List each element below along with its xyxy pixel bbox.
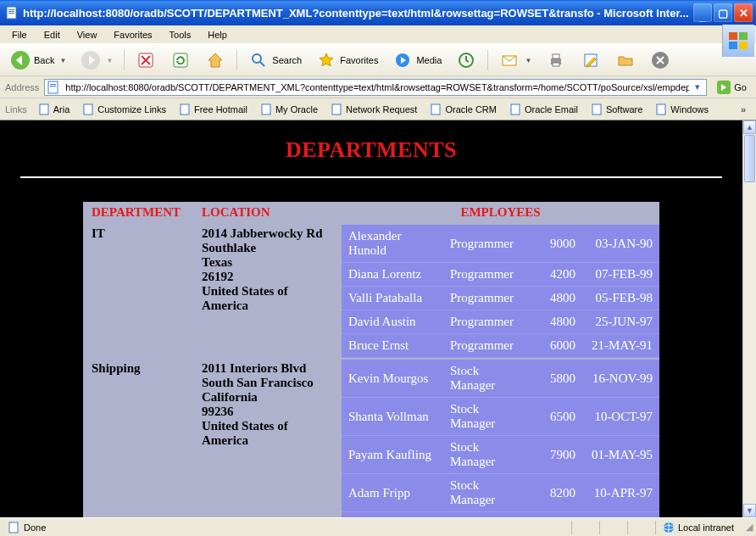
scroll-up-button[interactable]: ▲ — [743, 120, 756, 134]
svg-rect-4 — [729, 32, 737, 40]
svg-line-15 — [260, 62, 264, 66]
svg-rect-34 — [332, 104, 341, 114]
link-aria[interactable]: Aria — [34, 101, 75, 118]
folder-icon — [615, 50, 636, 70]
extra-button[interactable] — [645, 47, 675, 73]
edit-icon — [581, 50, 601, 70]
back-button[interactable]: Back ▼ — [5, 47, 71, 73]
favorites-button[interactable]: Favorites — [311, 47, 383, 73]
svg-rect-35 — [431, 104, 440, 114]
emp-title: Programmer — [443, 263, 528, 287]
emp-salary: 4800 — [528, 310, 579, 334]
menu-help[interactable]: Help — [201, 28, 234, 42]
mail-button[interactable]: ▼ — [494, 47, 536, 73]
address-dropdown-button[interactable]: ▾ — [691, 81, 704, 92]
svg-rect-37 — [592, 104, 601, 114]
link-windows[interactable]: Windows — [651, 101, 714, 118]
link-customize-links[interactable]: Customize Links — [78, 101, 171, 118]
employees-cell: Alexander HunoldProgrammer900003-JAN-90D… — [342, 223, 659, 358]
links-overflow-button[interactable]: » — [736, 104, 751, 114]
scroll-thumb[interactable] — [744, 135, 755, 182]
menu-tools[interactable]: Tools — [163, 28, 198, 42]
emp-title: Programmer — [443, 224, 528, 263]
emp-title: Stock Manager — [443, 398, 528, 436]
address-input-wrap[interactable]: ▾ — [44, 79, 707, 96]
stop-button[interactable] — [131, 47, 161, 73]
svg-rect-21 — [553, 63, 559, 66]
col-employees: EMPLOYEES — [342, 202, 659, 223]
emp-date: 25-JUN-97 — [579, 310, 659, 334]
emp-name: Valli Pataballa — [342, 287, 443, 310]
svg-rect-13 — [174, 53, 187, 67]
svg-rect-30 — [40, 104, 48, 114]
svg-rect-3 — [8, 13, 14, 14]
link-my-oracle[interactable]: My Oracle — [256, 101, 323, 118]
emp-name: Payam Kaufling — [342, 436, 443, 474]
svg-rect-5 — [739, 32, 748, 40]
svg-rect-32 — [181, 104, 189, 114]
history-button[interactable] — [451, 47, 481, 73]
mail-icon — [499, 50, 520, 70]
emp-salary: 6000 — [528, 334, 579, 358]
edit-button[interactable] — [575, 47, 606, 73]
menu-file[interactable]: File — [5, 28, 34, 42]
emp-name: Diana Lorentz — [342, 263, 443, 287]
emp-name: Matthew Weiss — [342, 512, 443, 518]
link-network-request[interactable]: Network Request — [326, 101, 422, 118]
employee-row: Alexander HunoldProgrammer900003-JAN-90 — [342, 224, 659, 263]
forward-button[interactable]: ▼ — [75, 47, 118, 73]
refresh-button[interactable] — [165, 47, 196, 73]
link-oracle-crm[interactable]: Oracle CRM — [425, 101, 502, 118]
menu-favorites[interactable]: Favorites — [107, 28, 158, 42]
viewport-wrap: DEPARTMENTS DEPARTMENT LOCATION EMPLOYEE… — [0, 120, 756, 517]
discuss-button[interactable] — [610, 47, 641, 73]
menu-edit[interactable]: Edit — [37, 28, 67, 42]
emp-name: Bruce Ernst — [342, 334, 443, 358]
emp-name: Alexander Hunold — [342, 224, 443, 263]
emp-salary: 5800 — [528, 359, 579, 398]
emp-date: 10-APR-97 — [579, 474, 659, 512]
go-button[interactable]: Go — [712, 78, 751, 97]
svg-rect-39 — [9, 522, 18, 533]
svg-rect-7 — [739, 42, 748, 49]
emp-date: 03-JAN-90 — [579, 224, 659, 263]
employee-row: David AustinProgrammer480025-JUN-97 — [342, 310, 659, 334]
emp-date: 21-MAY-91 — [579, 334, 659, 358]
link-oracle-email[interactable]: Oracle Email — [505, 101, 583, 118]
col-department: DEPARTMENT — [83, 202, 193, 223]
link-free-hotmail[interactable]: Free Hotmail — [175, 101, 253, 118]
home-button[interactable] — [200, 47, 231, 73]
forward-icon — [81, 50, 101, 70]
emp-date: 16-NOV-99 — [579, 359, 659, 398]
status-bar: Done Local intranet ◢ — [0, 517, 756, 536]
window-close-button[interactable]: ✕ — [734, 3, 753, 22]
media-button[interactable]: Media — [387, 47, 447, 73]
back-icon — [10, 50, 31, 70]
resize-grip[interactable]: ◢ — [739, 522, 753, 533]
print-button[interactable] — [541, 47, 571, 73]
svg-rect-2 — [8, 11, 14, 12]
emp-name: Kevin Mourgos — [342, 359, 443, 398]
menu-bar: File Edit View Favorites Tools Help — [0, 25, 756, 44]
zone-text: Local intranet — [678, 522, 734, 533]
window-maximize-button[interactable]: ▢ — [714, 3, 732, 22]
employee-row: Diana LorentzProgrammer420007-FEB-99 — [342, 263, 659, 287]
employee-row: Matthew WeissStock Manager800018-JUL-96 — [342, 512, 659, 518]
emp-salary: 8000 — [528, 512, 579, 518]
address-bar: Address ▾ Go — [0, 76, 756, 98]
col-location: LOCATION — [193, 202, 342, 223]
window-titlebar: http://localhost:8080/oradb/SCOTT/DEPART… — [0, 0, 756, 25]
vertical-scrollbar[interactable]: ▲ ▼ — [742, 120, 756, 517]
menu-view[interactable]: View — [70, 28, 104, 42]
throbber-icon — [722, 25, 754, 57]
search-button[interactable]: Search — [243, 47, 307, 73]
window-title: http://localhost:8080/oradb/SCOTT/DEPART… — [23, 7, 693, 20]
svg-rect-38 — [657, 104, 665, 114]
dept-name: IT — [83, 223, 193, 358]
window-minimize-button[interactable]: _ — [693, 3, 712, 22]
link-software[interactable]: Software — [586, 101, 648, 118]
page-icon — [5, 6, 19, 20]
scroll-down-button[interactable]: ▼ — [743, 504, 756, 517]
address-input[interactable] — [64, 81, 691, 93]
emp-title: Stock Manager — [443, 512, 528, 518]
